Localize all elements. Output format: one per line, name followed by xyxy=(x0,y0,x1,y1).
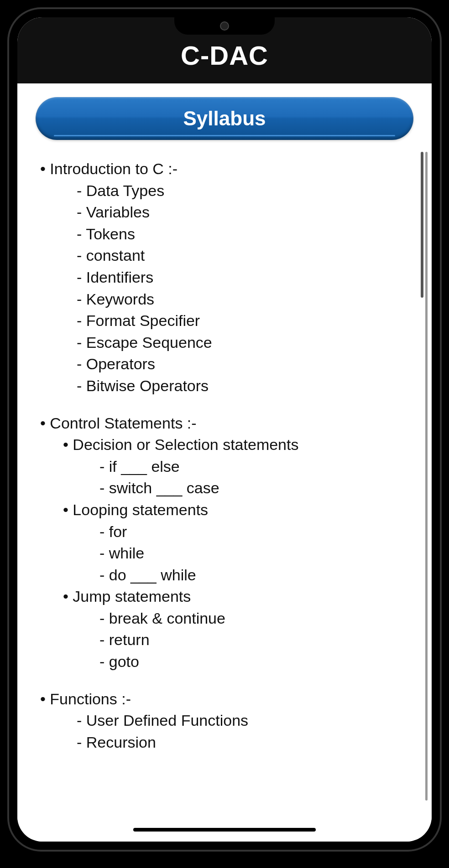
scrollbar-thumb[interactable] xyxy=(421,152,423,298)
syllabus-section: • Introduction to C :- - Data Types - Va… xyxy=(40,158,404,397)
sub-sub-list: - if ___ else - switch ___ case xyxy=(63,456,404,499)
list-item: - break & continue xyxy=(99,608,404,630)
list-item: - Variables xyxy=(77,202,404,223)
syllabus-section: • Functions :- - User Defined Functions … xyxy=(40,688,404,754)
list-item: - User Defined Functions xyxy=(77,710,404,732)
syllabus-section: • Control Statements :- • Decision or Se… xyxy=(40,413,404,673)
list-item: - Data Types xyxy=(77,180,404,202)
subsection-title: • Jump statements xyxy=(63,586,404,608)
sub-section: • Decision or Selection statements - if … xyxy=(40,434,404,673)
list-item: - Operators xyxy=(77,353,404,375)
list-item: - Recursion xyxy=(77,732,404,754)
sub-sub-list: - break & continue - return - goto xyxy=(63,608,404,673)
list-item: - Keywords xyxy=(77,289,404,310)
list-item: - if ___ else xyxy=(99,456,404,478)
phone-notch xyxy=(174,17,275,35)
list-item: - while xyxy=(99,542,404,564)
list-item: - return xyxy=(99,629,404,651)
subsection-title: • Looping statements xyxy=(63,499,404,521)
camera-icon xyxy=(220,21,229,31)
section-title: • Functions :- xyxy=(40,688,404,710)
syllabus-content[interactable]: • Introduction to C :- - Data Types - Va… xyxy=(36,158,413,832)
section-title: • Control Statements :- xyxy=(40,413,404,434)
home-indicator[interactable] xyxy=(133,828,316,832)
list-item: - do ___ while xyxy=(99,564,404,586)
section-title: • Introduction to C :- xyxy=(40,158,404,180)
list-item: - for xyxy=(99,521,404,543)
scrollbar-track[interactable] xyxy=(425,152,428,801)
list-item: - switch ___ case xyxy=(99,477,404,499)
list-item: - Format Specifier xyxy=(77,310,404,332)
phone-screen: C-DAC Syllabus • Introduction to C :- - … xyxy=(17,17,432,842)
syllabus-button[interactable]: Syllabus xyxy=(36,97,413,140)
list-item: - Identifiers xyxy=(77,267,404,289)
list-item: - constant xyxy=(77,245,404,267)
sub-list: - Data Types - Variables - Tokens - cons… xyxy=(40,180,404,397)
app-title: C-DAC xyxy=(181,41,268,70)
list-item: - Bitwise Operators xyxy=(77,375,404,397)
syllabus-button-label: Syllabus xyxy=(183,107,266,129)
subsection-title: • Decision or Selection statements xyxy=(63,434,404,456)
sub-list: - User Defined Functions - Recursion xyxy=(40,710,404,753)
list-item: - Escape Sequence xyxy=(77,332,404,354)
phone-frame: C-DAC Syllabus • Introduction to C :- - … xyxy=(9,9,440,850)
content-area: Syllabus • Introduction to C :- - Data T… xyxy=(17,83,432,842)
list-item: - goto xyxy=(99,651,404,673)
sub-sub-list: - for - while - do ___ while xyxy=(63,521,404,586)
list-item: - Tokens xyxy=(77,223,404,245)
